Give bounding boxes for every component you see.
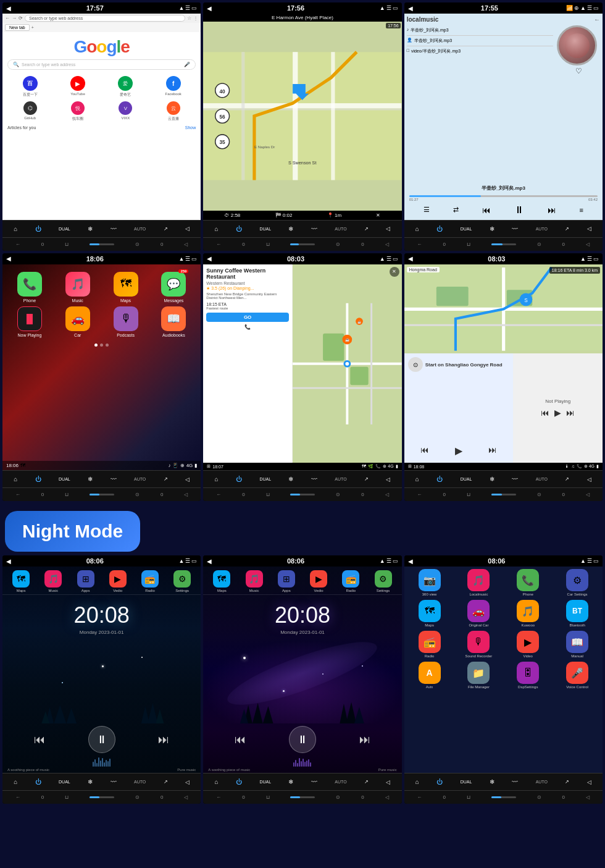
shortcut-baidu[interactable]: 百 百度一下 bbox=[7, 76, 52, 98]
seat-2[interactable]: ⊔ bbox=[266, 242, 270, 247]
shortcut-iqiyi[interactable]: 爱 爱奇艺 bbox=[103, 76, 148, 98]
shortcut-vixx[interactable]: V VIXX bbox=[103, 101, 148, 122]
night-app-voice[interactable]: 🎤 Voice Control bbox=[554, 662, 600, 689]
close-nav-btn[interactable]: ✕ bbox=[376, 213, 380, 218]
eq-btn[interactable]: ≡ bbox=[580, 206, 583, 214]
curve-btn-3[interactable]: ↗ bbox=[565, 226, 569, 232]
fan-3[interactable]: ⊙ bbox=[537, 242, 541, 247]
dot-3[interactable] bbox=[106, 343, 109, 347]
ac-btn-9[interactable]: ❄ bbox=[490, 778, 494, 785]
seat-icon[interactable]: ⊔ bbox=[65, 242, 69, 247]
curve-btn-5[interactable]: ↗ bbox=[364, 476, 369, 482]
play-night-7[interactable]: ⏸ bbox=[88, 726, 115, 753]
vol-down-icon[interactable]: ◁ bbox=[184, 242, 188, 247]
back-btn-4[interactable]: ◀ bbox=[6, 255, 11, 262]
fan-4[interactable]: ⊙ bbox=[135, 492, 140, 497]
close-poi-btn[interactable]: ✕ bbox=[390, 267, 399, 277]
night-app-settings-8[interactable]: ⚙ Settings bbox=[375, 570, 392, 592]
seat-5[interactable]: ⊔ bbox=[266, 492, 270, 497]
carplay-app-maps[interactable]: 🗺 Maps bbox=[104, 272, 148, 303]
home-btn[interactable]: ⌂ bbox=[14, 225, 17, 232]
power-btn[interactable]: ⏻ bbox=[35, 225, 41, 232]
wind-btn-3[interactable]: 〰 bbox=[512, 225, 518, 232]
music-progress-bar[interactable]: 01:27 03:42 bbox=[409, 195, 598, 201]
new-tab-btn[interactable]: + bbox=[31, 25, 34, 30]
carplay-app-audiobooks[interactable]: 📖 Audiobooks bbox=[151, 306, 196, 337]
night-app-music-7[interactable]: 🎵 Music bbox=[44, 570, 62, 592]
vol-btn-6[interactable]: ◁ bbox=[587, 476, 591, 482]
carplay-app-phone[interactable]: 📞 Phone bbox=[7, 272, 52, 303]
prev-night-8[interactable]: ⏮ bbox=[235, 733, 246, 746]
night-app-360[interactable]: 📷 360 view bbox=[407, 569, 453, 596]
power-btn-8[interactable]: ⏻ bbox=[236, 778, 242, 785]
night-app-dsp[interactable]: 🎛 DspSettings bbox=[505, 662, 551, 689]
vol-btn-8[interactable]: ◁ bbox=[386, 779, 390, 785]
back-btn-9b[interactable]: ← bbox=[417, 794, 422, 800]
tab-back-btn[interactable]: ← bbox=[5, 15, 10, 21]
seat-3[interactable]: ⊔ bbox=[467, 242, 470, 247]
curve-btn[interactable]: ↗ bbox=[164, 226, 168, 232]
carplay-app-nowplaying[interactable]: ▐▌ Now Playing bbox=[7, 306, 52, 337]
grid-icon-6[interactable]: ⊞ bbox=[408, 464, 412, 469]
home-btn-8[interactable]: ⌂ bbox=[215, 778, 219, 785]
back-arrow-icon[interactable]: ◀ bbox=[6, 5, 11, 12]
back-btn-6b[interactable]: ← bbox=[417, 492, 422, 497]
back-btn-5[interactable]: ◀ bbox=[207, 255, 212, 262]
ac-btn-8[interactable]: ❄ bbox=[288, 778, 293, 785]
curve-btn-7[interactable]: ↗ bbox=[164, 779, 168, 785]
night-app-filemgr[interactable]: 📁 File Manager bbox=[456, 662, 501, 689]
wind-btn-6[interactable]: 〰 bbox=[512, 476, 518, 482]
music-back-btn[interactable]: ← bbox=[594, 16, 600, 23]
prev-track-btn[interactable]: ⏮ bbox=[420, 445, 429, 457]
carplay-app-music[interactable]: 🎵 Music bbox=[56, 272, 100, 303]
back-btn-7[interactable]: ◀ bbox=[6, 558, 11, 565]
play-night-8[interactable]: ⏸ bbox=[289, 726, 316, 753]
back-btn[interactable]: ← bbox=[15, 242, 20, 247]
play-btn-split[interactable]: ▶ bbox=[455, 445, 462, 457]
min-3[interactable]: ▭ bbox=[593, 5, 599, 11]
min-9[interactable]: ▭ bbox=[593, 558, 599, 564]
fan-7[interactable]: ⊙ bbox=[135, 794, 140, 800]
menu-2[interactable]: ☰ bbox=[386, 5, 391, 11]
prev-btn[interactable]: ⏮ bbox=[482, 205, 491, 215]
heart-icon[interactable]: ♡ bbox=[557, 67, 600, 75]
min-2[interactable]: ▭ bbox=[393, 5, 398, 11]
back-btn-7b[interactable]: ← bbox=[15, 794, 20, 800]
temp-slider-7[interactable] bbox=[90, 796, 114, 798]
power-btn-5[interactable]: ⏻ bbox=[236, 476, 242, 482]
night-app-vedio-7[interactable]: ▶ Vedio bbox=[109, 570, 127, 592]
menu-7[interactable]: ☰ bbox=[185, 558, 190, 564]
minimize-icon[interactable]: ▭ bbox=[191, 5, 197, 11]
shortcut-youtube[interactable]: ▶ YouTube bbox=[55, 76, 100, 98]
curve-btn-2[interactable]: ↗ bbox=[364, 226, 369, 232]
curve-btn-8[interactable]: ↗ bbox=[364, 779, 369, 785]
wind-btn-8[interactable]: 〰 bbox=[311, 778, 317, 785]
vol-8[interactable]: ◁ bbox=[385, 794, 389, 800]
night-app-radio2[interactable]: 📻 Radio bbox=[407, 631, 453, 658]
power-btn-3[interactable]: ⏻ bbox=[436, 225, 443, 232]
ac-btn-3[interactable]: ❄ bbox=[490, 225, 494, 232]
fan-6[interactable]: ⊙ bbox=[537, 492, 541, 497]
wind-btn-4[interactable]: 〰 bbox=[111, 476, 117, 482]
home-btn-5[interactable]: ⌂ bbox=[215, 476, 219, 482]
home-btn-4[interactable]: ⌂ bbox=[14, 476, 17, 482]
wind-btn[interactable]: 〰 bbox=[111, 225, 117, 232]
ac-btn-6[interactable]: ❄ bbox=[490, 476, 494, 482]
min-5[interactable]: ▭ bbox=[393, 256, 398, 262]
power-btn-2[interactable]: ⏻ bbox=[236, 225, 242, 232]
back-btn-2[interactable]: ◀ bbox=[207, 5, 212, 12]
menu-9[interactable]: ☰ bbox=[587, 558, 592, 564]
fan-8[interactable]: ⊙ bbox=[336, 794, 340, 800]
night-app-avin[interactable]: A Avin bbox=[407, 662, 453, 689]
vol-6[interactable]: ◁ bbox=[586, 492, 590, 497]
power-btn-9[interactable]: ⏻ bbox=[436, 778, 443, 785]
vol-9[interactable]: ◁ bbox=[586, 794, 590, 800]
power-btn-7[interactable]: ⏻ bbox=[35, 778, 41, 785]
vol-btn-9[interactable]: ◁ bbox=[587, 779, 591, 785]
vol-btn-2[interactable]: ◁ bbox=[386, 225, 390, 232]
back-btn-3b[interactable]: ← bbox=[417, 242, 422, 247]
carplay-app-podcasts[interactable]: 🎙 Podcasts bbox=[104, 306, 148, 337]
menu-8[interactable]: ☰ bbox=[386, 558, 391, 564]
next-track-btn[interactable]: ⏭ bbox=[488, 445, 497, 457]
tab-forward-btn[interactable]: → bbox=[12, 15, 17, 21]
